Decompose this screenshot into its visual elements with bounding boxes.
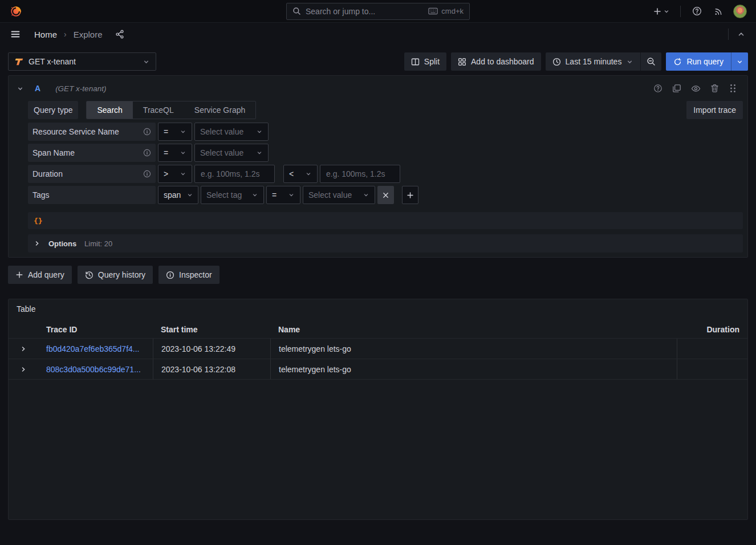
grafana-logo[interactable]: [7, 2, 25, 21]
plus-icon: [653, 7, 662, 16]
inspector-button[interactable]: Inspector: [158, 266, 220, 284]
span-name-label: Span Name: [32, 148, 75, 157]
tag-value-select[interactable]: Select value: [303, 186, 375, 204]
tag-scope-value: span: [164, 190, 181, 200]
query-ref-id[interactable]: A: [35, 84, 40, 93]
chevron-up-icon: [737, 30, 745, 38]
collapse-toolbar-button[interactable]: [732, 25, 750, 43]
trace-id-link[interactable]: 808c3d0a500b6c99de71...: [46, 365, 141, 374]
mega-menu-button[interactable]: [6, 25, 25, 44]
help-icon: [692, 6, 702, 16]
column-header-duration[interactable]: Duration: [677, 322, 747, 339]
add-tag-button[interactable]: [402, 186, 418, 204]
span-name-value-select[interactable]: Select value: [194, 144, 269, 162]
datasource-picker[interactable]: GET x-tenant: [8, 52, 156, 71]
explore-toolbar-actions: Split Add to dashboard Last 15 minutes: [404, 52, 748, 71]
service-name-operator-select[interactable]: =: [158, 123, 192, 141]
chevron-right-icon: [34, 240, 40, 247]
service-name-row: Resource Service Name = Select value: [28, 123, 743, 141]
tags-label: Tags: [32, 190, 50, 200]
chevron-down-icon: [288, 192, 295, 198]
duration-max-operator-select[interactable]: <: [283, 165, 318, 183]
chevron-down-icon: [663, 8, 670, 15]
duration-min-operator-select[interactable]: >: [158, 165, 192, 183]
zoom-out-time-button[interactable]: [641, 52, 661, 71]
query-help-icon[interactable]: [653, 84, 662, 93]
tab-search[interactable]: Search: [87, 101, 132, 119]
query-history-label: Query history: [98, 270, 145, 279]
search-icon: [292, 7, 301, 15]
info-circle-icon: [166, 271, 174, 279]
add-to-dashboard-button[interactable]: Add to dashboard: [451, 52, 541, 71]
search-input[interactable]: Search or jump to... cmd+k: [286, 3, 470, 20]
service-name-value-select[interactable]: Select value: [194, 123, 269, 141]
duration-max-input[interactable]: [320, 165, 400, 183]
topbar-divider: [680, 6, 681, 17]
run-query-button[interactable]: Run query: [666, 52, 731, 71]
tag-name-select[interactable]: Select tag: [201, 186, 264, 204]
column-header-name[interactable]: Name: [270, 322, 677, 339]
cell-start-time: 2023-10-06 13:22:49: [153, 339, 270, 359]
chevron-down-icon: [180, 170, 186, 177]
operator-value: =: [164, 148, 168, 157]
query-type-tabs: Search TraceQL Service Graph: [86, 101, 256, 119]
column-header-start-time[interactable]: Start time: [153, 322, 270, 339]
run-query-dropdown-button[interactable]: [731, 52, 748, 71]
tag-scope-select[interactable]: span: [158, 186, 198, 204]
breadcrumb-current: Explore: [74, 30, 103, 39]
tags-label-chip: Tags: [28, 186, 156, 204]
new-menu-button[interactable]: [649, 2, 673, 21]
chevron-down-icon: [186, 192, 193, 198]
duration-label-chip: Duration: [28, 165, 156, 183]
collapse-query-button[interactable]: [17, 85, 31, 92]
import-trace-button[interactable]: Import trace: [686, 101, 743, 119]
tempo-datasource-icon: [14, 57, 24, 67]
span-name-operator-select[interactable]: =: [158, 144, 192, 162]
select-value-placeholder: Select value: [200, 127, 243, 136]
row-expander-button[interactable]: [9, 359, 38, 380]
time-range-button[interactable]: Last 15 minutes: [546, 52, 641, 71]
cell-start-time: 2023-10-06 13:22:08: [153, 359, 270, 380]
add-query-button[interactable]: Add query: [8, 266, 72, 284]
column-header-trace-id[interactable]: Trace ID: [38, 322, 153, 339]
options-collapse-row[interactable]: Options Limit: 20: [28, 234, 743, 253]
explore-toolbar: GET x-tenant Split Add to dashboard Last…: [8, 52, 748, 71]
remove-tag-button[interactable]: [377, 186, 394, 204]
duration-min-input[interactable]: [194, 165, 275, 183]
operator-value: =: [272, 190, 277, 200]
row-expander-button[interactable]: [9, 339, 38, 359]
user-menu-button[interactable]: [731, 2, 749, 21]
tab-service-graph[interactable]: Service Graph: [184, 101, 255, 119]
sync-icon: [673, 58, 682, 66]
info-icon: [143, 149, 151, 157]
history-icon: [85, 271, 94, 279]
query-history-button[interactable]: Query history: [78, 266, 153, 284]
datasource-name: GET x-tenant: [29, 57, 76, 66]
news-button[interactable]: [709, 2, 727, 21]
help-button[interactable]: [688, 2, 706, 21]
topbar-actions: [649, 2, 749, 21]
drag-handle-icon[interactable]: [729, 84, 737, 93]
share-shortlink-button[interactable]: [112, 26, 128, 42]
explore-secondary-actions: Add query Query history Inspector: [8, 266, 748, 284]
select-value-placeholder: Select value: [308, 190, 352, 200]
select-value-placeholder: Select value: [200, 148, 243, 157]
trace-id-link[interactable]: fb0d420a7ef6eb365d7f4...: [46, 344, 140, 353]
traceql-preview: {}: [28, 212, 743, 229]
toggle-visibility-icon[interactable]: [691, 84, 701, 93]
tag-operator-select[interactable]: =: [266, 186, 300, 204]
info-icon: [143, 170, 151, 178]
results-table: Trace ID Start time Name Duration fb0d42…: [9, 322, 747, 380]
cell-name: telemetrygen lets-go: [270, 359, 677, 380]
duplicate-query-icon[interactable]: [672, 84, 681, 93]
rss-icon: [714, 6, 724, 16]
plus-icon: [407, 192, 414, 199]
chevron-down-icon: [17, 85, 24, 92]
breadcrumb-bar: Home › Explore: [0, 23, 756, 46]
delete-query-icon[interactable]: [710, 84, 719, 93]
chevron-down-icon: [180, 149, 186, 156]
tab-traceql[interactable]: TraceQL: [133, 101, 184, 119]
breadcrumb-home[interactable]: Home: [34, 30, 57, 39]
results-table-panel: Table Trace ID Start time Name Duration …: [8, 299, 748, 520]
split-button[interactable]: Split: [404, 52, 446, 71]
